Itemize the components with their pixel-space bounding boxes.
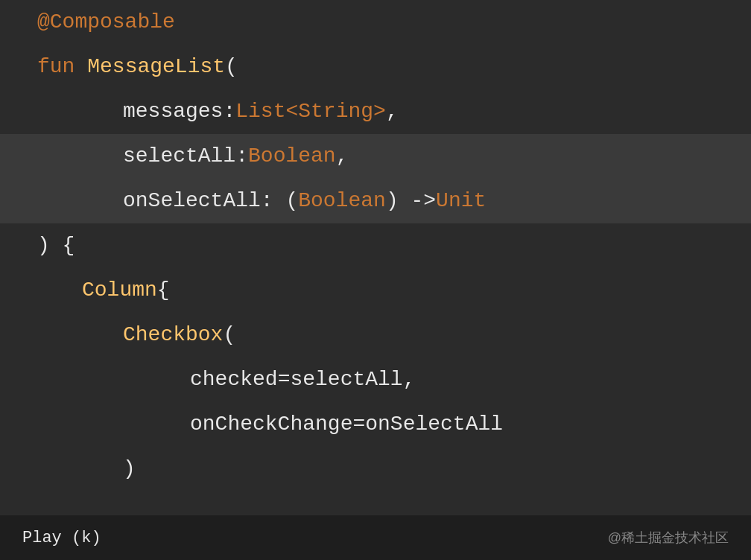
value-onselectall: onSelectAll xyxy=(365,402,503,447)
param-messages: messages xyxy=(123,89,223,134)
param-oncheckchange: onCheckChange xyxy=(190,402,352,447)
colon-2: : xyxy=(235,134,248,179)
code-container: @Composable fun MessageList ( messages :… xyxy=(0,0,751,560)
comma-1: , xyxy=(386,89,399,134)
code-line-9: checked = selectAll , xyxy=(0,357,751,402)
function-messagelist: MessageList xyxy=(87,45,225,89)
type-boolean-2: Boolean xyxy=(298,179,386,223)
code-line-10: onCheckChange = onSelectAll xyxy=(0,402,751,447)
space-1 xyxy=(75,45,87,89)
keyword-fun: fun xyxy=(37,45,75,89)
composable-column: Column xyxy=(82,268,157,313)
code-line-2: fun MessageList ( xyxy=(0,45,751,89)
composable-checkbox: Checkbox xyxy=(123,313,223,357)
equals-1: = xyxy=(278,357,291,402)
code-line-3: messages : List<String> , xyxy=(0,89,751,134)
code-line-8: Checkbox ( xyxy=(0,313,751,357)
comma-3: , xyxy=(403,357,416,402)
arrow: ) -> xyxy=(386,179,436,223)
code-line-5: onSelectAll : ( Boolean ) -> Unit xyxy=(0,179,751,223)
space-brace-1: { xyxy=(157,268,170,313)
param-checked: checked xyxy=(190,357,278,402)
colon-3: : ( xyxy=(261,179,298,223)
code-line-11: ) xyxy=(0,447,751,491)
bottom-bar: Play (k) @稀土掘金技术社区 xyxy=(0,515,751,560)
code-line-6: ) { xyxy=(0,223,751,268)
type-boolean-1: Boolean xyxy=(248,134,336,179)
play-button-label[interactable]: Play (k) xyxy=(22,529,101,547)
type-unit: Unit xyxy=(436,179,486,223)
param-onselectall: onSelectAll xyxy=(123,179,261,223)
type-list-string: List<String> xyxy=(235,89,386,134)
colon-1: : xyxy=(223,89,235,134)
equals-2: = xyxy=(352,402,365,447)
code-line-1: @Composable xyxy=(0,0,751,45)
param-selectall: selectAll xyxy=(123,134,235,179)
closing-paren-brace: ) { xyxy=(37,223,75,268)
annotation-composable: @Composable xyxy=(37,0,175,45)
paren-open: ( xyxy=(225,45,238,89)
code-line-4: selectAll : Boolean , xyxy=(0,134,751,179)
value-selectall: selectAll xyxy=(290,357,402,402)
paren-open-2: ( xyxy=(223,313,235,357)
code-line-7: Column { xyxy=(0,268,751,313)
watermark-text: @稀土掘金技术社区 xyxy=(608,529,729,547)
comma-2: , xyxy=(336,134,349,179)
paren-close: ) xyxy=(123,447,136,491)
